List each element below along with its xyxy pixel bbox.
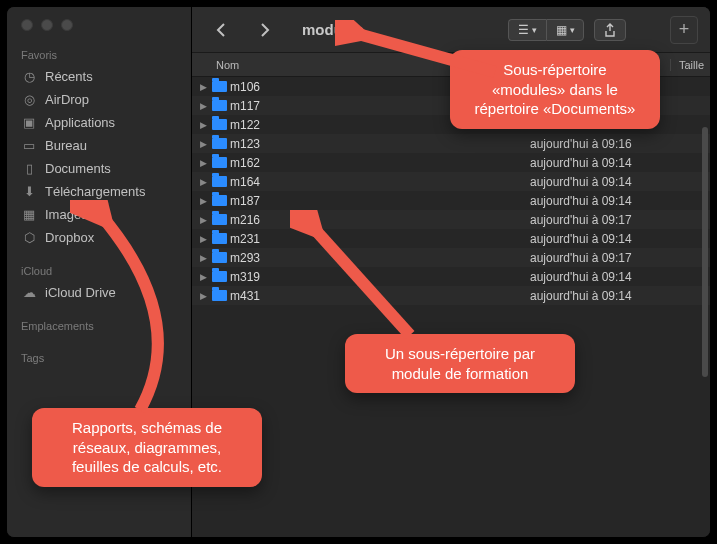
file-date: aujourd'hui à 09:14 <box>530 270 710 284</box>
close-icon[interactable] <box>21 19 33 31</box>
chevron-right-icon[interactable]: ▶ <box>200 120 210 130</box>
path-title[interactable]: modules <box>296 21 370 38</box>
section-favoris: Favoris <box>7 43 191 65</box>
table-row[interactable]: ▶m231aujourd'hui à 09:14 <box>192 229 710 248</box>
minimize-icon[interactable] <box>41 19 53 31</box>
folder-icon <box>210 195 228 206</box>
dropbox-icon: ⬡ <box>21 230 37 245</box>
file-name: m216 <box>228 213 530 227</box>
view-groups-button[interactable]: ▦▾ <box>546 19 584 41</box>
chevron-right-icon[interactable]: ▶ <box>200 272 210 282</box>
file-name: m431 <box>228 289 530 303</box>
view-list-button[interactable]: ☰▾ <box>508 19 546 41</box>
chevron-right-icon[interactable]: ▶ <box>200 177 210 187</box>
sidebar-item-label: Dropbox <box>45 230 94 245</box>
window-controls <box>7 15 191 43</box>
file-date: aujourd'hui à 09:17 <box>530 213 710 227</box>
file-date: aujourd'hui à 09:14 <box>530 156 710 170</box>
sidebar-item-label: Documents <box>45 161 111 176</box>
image-icon: ▦ <box>21 207 37 222</box>
file-name: m164 <box>228 175 530 189</box>
sidebar-item-téléchargements[interactable]: ⬇Téléchargements <box>7 180 191 203</box>
sidebar-item-label: Récents <box>45 69 93 84</box>
col-size[interactable]: Taille <box>670 59 710 71</box>
desktop-icon: ▭ <box>21 138 37 153</box>
sidebar-item-images[interactable]: ▦Images <box>7 203 191 226</box>
chevron-right-icon[interactable]: ▶ <box>200 101 210 111</box>
section-tags: Tags <box>7 346 191 368</box>
zoom-icon[interactable] <box>61 19 73 31</box>
sidebar-item-label: Applications <box>45 115 115 130</box>
file-name: m319 <box>228 270 530 284</box>
cloud-icon: ☁ <box>21 285 37 300</box>
sidebar-item-label: Images <box>45 207 88 222</box>
file-date: aujourd'hui à 09:16 <box>530 137 710 151</box>
sidebar-item-applications[interactable]: ▣Applications <box>7 111 191 134</box>
file-name: m187 <box>228 194 530 208</box>
folder-icon <box>210 290 228 301</box>
folder-icon <box>210 138 228 149</box>
back-button[interactable] <box>204 18 238 42</box>
file-list: ▶m106▶m117▶m122▶m123aujourd'hui à 09:16▶… <box>192 77 710 537</box>
file-date: aujourd'hui à 09:14 <box>530 175 710 189</box>
table-row[interactable]: ▶m319aujourd'hui à 09:14 <box>192 267 710 286</box>
chevron-right-icon[interactable]: ▶ <box>200 234 210 244</box>
chevron-right-icon[interactable]: ▶ <box>200 253 210 263</box>
file-date: aujourd'hui à 09:14 <box>530 194 710 208</box>
table-row[interactable]: ▶m431aujourd'hui à 09:14 <box>192 286 710 305</box>
file-date: aujourd'hui à 09:14 <box>530 289 710 303</box>
sidebar-item-récents[interactable]: ◷Récents <box>7 65 191 88</box>
chevron-right-icon[interactable]: ▶ <box>200 82 210 92</box>
file-name: m162 <box>228 156 530 170</box>
sidebar-item-label: AirDrop <box>45 92 89 107</box>
folder-icon <box>210 233 228 244</box>
airdrop-icon: ◎ <box>21 92 37 107</box>
doc-icon: ▯ <box>21 161 37 176</box>
folder-icon <box>210 252 228 263</box>
sidebar-item-dropbox[interactable]: ⬡Dropbox <box>7 226 191 249</box>
table-row[interactable]: ▶m164aujourd'hui à 09:14 <box>192 172 710 191</box>
file-name: m123 <box>228 137 530 151</box>
table-row[interactable]: ▶m162aujourd'hui à 09:14 <box>192 153 710 172</box>
table-row[interactable]: ▶m123aujourd'hui à 09:16 <box>192 134 710 153</box>
chevron-right-icon[interactable]: ▶ <box>200 158 210 168</box>
chevron-right-icon[interactable]: ▶ <box>200 291 210 301</box>
sidebar-item-documents[interactable]: ▯Documents <box>7 157 191 180</box>
sidebar-item-label: iCloud Drive <box>45 285 116 300</box>
forward-button[interactable] <box>248 18 282 42</box>
sidebar-item-label: Téléchargements <box>45 184 145 199</box>
clock-icon: ◷ <box>21 69 37 84</box>
sidebar-item-bureau[interactable]: ▭Bureau <box>7 134 191 157</box>
folder-icon <box>210 176 228 187</box>
callout-subdir: Un sous-répertoire par module de formati… <box>345 334 575 393</box>
add-tab-button[interactable]: + <box>670 16 698 44</box>
sidebar-item-airdrop[interactable]: ◎AirDrop <box>7 88 191 111</box>
sidebar-item-label: Bureau <box>45 138 87 153</box>
toolbar: modules ☰▾ ▦▾ + <box>192 7 710 53</box>
callout-modules: Sous-répertoire «modules» dans le répert… <box>450 50 660 129</box>
share-button[interactable] <box>594 19 626 41</box>
table-row[interactable]: ▶m187aujourd'hui à 09:14 <box>192 191 710 210</box>
folder-icon <box>210 157 228 168</box>
folder-icon <box>210 119 228 130</box>
sidebar-item-icloud-drive[interactable]: ☁iCloud Drive <box>7 281 191 304</box>
callout-rapports: Rapports, schémas de réseaux, diagrammes… <box>32 408 262 487</box>
chevron-right-icon[interactable]: ▶ <box>200 196 210 206</box>
table-row[interactable]: ▶m216aujourd'hui à 09:17 <box>192 210 710 229</box>
app-icon: ▣ <box>21 115 37 130</box>
folder-icon <box>210 81 228 92</box>
file-date: aujourd'hui à 09:17 <box>530 251 710 265</box>
folder-icon <box>210 214 228 225</box>
path-title-label: modules <box>302 21 364 38</box>
file-name: m231 <box>228 232 530 246</box>
folder-icon <box>210 100 228 111</box>
chevron-right-icon[interactable]: ▶ <box>200 215 210 225</box>
folder-icon <box>210 271 228 282</box>
table-row[interactable]: ▶m293aujourd'hui à 09:17 <box>192 248 710 267</box>
chevron-right-icon[interactable]: ▶ <box>200 139 210 149</box>
file-name: m293 <box>228 251 530 265</box>
file-date: aujourd'hui à 09:14 <box>530 232 710 246</box>
down-icon: ⬇ <box>21 184 37 199</box>
section-emplacements: Emplacements <box>7 314 191 336</box>
scrollbar[interactable] <box>702 127 708 377</box>
